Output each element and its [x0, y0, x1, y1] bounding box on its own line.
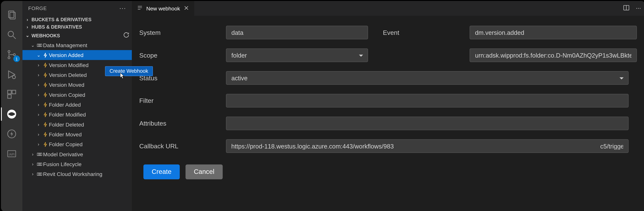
label-system: System	[139, 29, 226, 36]
tree-item-label: Version Added	[49, 52, 84, 58]
svg-rect-21	[37, 163, 38, 165]
sidebar-header: FORGE ···	[22, 1, 132, 16]
split-editor-icon[interactable]	[623, 4, 630, 12]
create-button[interactable]: Create	[144, 164, 180, 179]
svg-rect-9	[12, 90, 16, 94]
group-icon	[36, 161, 43, 167]
select-status[interactable]: active	[226, 71, 629, 85]
select-scope[interactable]: folder	[226, 48, 368, 62]
section-buckets-label: BUCKETS & DERIVATIVES	[32, 17, 92, 22]
label-event: Event	[383, 29, 470, 36]
section-buckets[interactable]: ›BUCKETS & DERIVATIVES	[22, 16, 132, 23]
tree-revit-cloud[interactable]: › Revit Cloud Worksharing	[22, 169, 132, 179]
tab-new-webhook[interactable]: New webhook	[132, 1, 194, 16]
svg-text:/API: /API	[9, 153, 14, 156]
tree-folder-moved[interactable]: › Folder Moved	[22, 129, 132, 139]
more-actions-icon[interactable]: ···	[636, 4, 641, 12]
api-icon[interactable]: /API	[1, 144, 22, 164]
svg-rect-10	[8, 95, 11, 98]
event-icon	[42, 131, 49, 138]
event-icon	[42, 52, 49, 58]
refresh-icon[interactable]	[123, 32, 129, 39]
event-icon	[42, 72, 49, 78]
tree-item-label: Version Modified	[49, 62, 89, 68]
input-event[interactable]	[470, 26, 637, 40]
input-callback-url[interactable]	[226, 139, 629, 153]
cursor-icon	[120, 72, 126, 80]
svg-rect-19	[39, 153, 40, 156]
section-webhooks-label: WEBHOOKS	[32, 33, 60, 38]
tree-version-added[interactable]: ⌄ Version Added	[22, 50, 132, 60]
event-icon	[42, 62, 49, 68]
svg-rect-25	[39, 173, 40, 176]
preview-icon	[137, 5, 143, 12]
svg-rect-24	[37, 173, 38, 176]
tree-item-label: Version Copied	[49, 92, 85, 98]
section-webhooks[interactable]: ⌄WEBHOOKS	[22, 31, 132, 40]
extensions-icon[interactable]	[1, 84, 22, 104]
label-attributes: Attributes	[139, 120, 226, 127]
group-icon	[36, 42, 43, 48]
scm-badge: 1	[13, 56, 20, 62]
tree-item-label: Folder Deleted	[49, 121, 84, 128]
forge-icon[interactable]	[1, 104, 22, 124]
svg-rect-17	[40, 44, 42, 46]
input-system[interactable]	[226, 26, 368, 40]
tab-title: New webhook	[146, 5, 180, 12]
tree-item-label: Revit Cloud Worksharing	[43, 171, 102, 177]
event-icon	[42, 82, 49, 88]
tree-version-copied[interactable]: › Version Copied	[22, 90, 132, 100]
svg-point-4	[8, 50, 10, 52]
svg-rect-22	[39, 163, 40, 165]
tree-folder-deleted[interactable]: › Folder Deleted	[22, 120, 132, 129]
input-filter[interactable]	[226, 94, 629, 108]
search-icon[interactable]	[1, 25, 22, 45]
svg-point-5	[8, 57, 10, 59]
tree-data-management[interactable]: ⌄ Data Management	[22, 40, 132, 50]
label-callback-url: Callback URL	[139, 142, 226, 150]
tree-fusion-lifecycle[interactable]: › Fusion Lifecycle	[22, 159, 132, 169]
explorer-icon[interactable]	[1, 5, 22, 25]
svg-rect-20	[40, 153, 42, 156]
tree-item-label: Data Management	[43, 42, 87, 48]
section-hubs[interactable]: ›HUBS & DERIVATIVES	[22, 23, 132, 31]
section-hubs-label: HUBS & DERIVATIVES	[32, 24, 82, 29]
cancel-button[interactable]: Cancel	[186, 164, 223, 179]
tree-item-label: Version Moved	[49, 82, 84, 88]
more-icon[interactable]: ···	[119, 5, 126, 12]
svg-rect-8	[8, 90, 11, 94]
bolt-icon[interactable]	[1, 124, 22, 144]
svg-rect-18	[37, 153, 38, 156]
input-scope-id[interactable]	[470, 48, 637, 62]
event-icon	[42, 92, 49, 98]
source-control-icon[interactable]: 1	[1, 45, 22, 64]
svg-rect-16	[39, 44, 40, 46]
activity-bar: 1 /API	[1, 1, 22, 211]
tree-item-label: Folder Moved	[49, 131, 82, 138]
close-icon[interactable]	[183, 5, 189, 12]
tooltip-create-webhook[interactable]: Create Webhook	[105, 66, 153, 76]
tree-folder-modified[interactable]: › Folder Modified	[22, 110, 132, 119]
svg-point-6	[14, 54, 15, 56]
event-icon	[42, 121, 49, 128]
tree-item-label: Fusion Lifecycle	[43, 161, 82, 167]
input-attributes[interactable]	[226, 116, 629, 130]
group-icon	[36, 171, 43, 177]
tab-bar: New webhook ···	[132, 1, 644, 16]
event-icon	[42, 102, 49, 108]
tree-version-moved[interactable]: › Version Moved	[22, 80, 132, 90]
sidebar: FORGE ··· ›BUCKETS & DERIVATIVES ›HUBS &…	[22, 1, 132, 211]
svg-line-3	[13, 36, 16, 39]
group-icon	[36, 151, 43, 157]
tree-item-label: Folder Added	[49, 102, 81, 108]
webhook-form: System Event Scope folder Status active …	[132, 16, 644, 189]
tree-folder-added[interactable]: › Folder Added	[22, 100, 132, 110]
sidebar-title: FORGE	[28, 6, 47, 11]
label-filter: Filter	[139, 97, 226, 104]
svg-rect-15	[37, 44, 38, 46]
tree-model-derivative[interactable]: › Model Derivative	[22, 149, 132, 159]
tab-actions: ···	[623, 4, 641, 12]
run-debug-icon[interactable]	[1, 64, 22, 84]
tree-folder-copied[interactable]: › Folder Copied	[22, 139, 132, 149]
webhooks-tree: ⌄ Data Management ⌄ Version Added › Vers…	[22, 40, 132, 211]
